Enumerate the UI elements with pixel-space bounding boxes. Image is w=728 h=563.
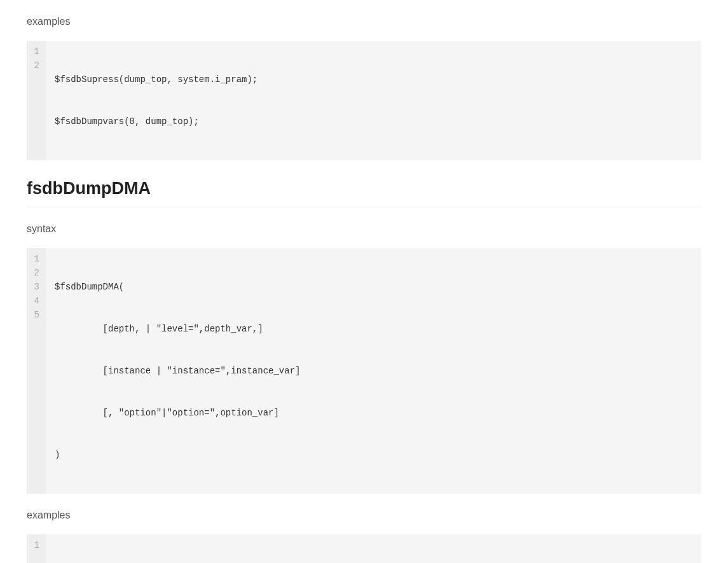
code-line: [, "option"|"option=",option_var] <box>55 406 692 420</box>
code-gutter: 1 2 <box>27 41 46 160</box>
line-number: 5 <box>33 308 39 322</box>
examples-heading-1: examples <box>27 14 701 29</box>
code-line: $fsdbSupress(dump_top, system.i_pram); <box>55 73 692 87</box>
line-number: 2 <box>33 59 39 73</box>
line-number: 1 <box>33 252 39 266</box>
code-line: ) <box>55 448 692 462</box>
code-line: [depth, | "level=",depth_var,] <box>55 322 692 336</box>
code-block-syntax: 1 2 3 4 5 $fsdbDumpDMA( [depth, | "level… <box>27 248 701 494</box>
syntax-heading: syntax <box>27 221 701 237</box>
code-line: $fsdbDumpDMA( <box>55 280 692 294</box>
line-number: 1 <box>33 45 39 59</box>
code-line: [instance | "instance=",instance_var] <box>55 364 692 378</box>
code-gutter: 1 2 3 4 5 <box>27 248 46 494</box>
code-line: $fsdbDumpvars(0, dump_top); <box>55 115 692 129</box>
line-number: 3 <box>33 280 39 294</box>
code-gutter: 1 <box>27 534 46 564</box>
code-block-supress: 1 2 $fsdbSupress(dump_top, system.i_pram… <box>27 41 701 160</box>
section-title-fsdbdumpdma: fsdbDumpDMA <box>27 176 701 207</box>
code-content: $fsdbSupress(dump_top, system.i_pram); $… <box>46 41 701 160</box>
code-content: $fsdbDumpDMA( [depth, | "level=",depth_v… <box>46 248 701 494</box>
examples-heading-2: examples <box>27 508 701 523</box>
code-block-decl: 1 reg [7:0] screen [79:0][0:24] <box>27 534 701 564</box>
line-number: 2 <box>33 266 39 280</box>
line-number: 1 <box>33 538 39 552</box>
line-number: 4 <box>33 294 39 308</box>
code-content: reg [7:0] screen [79:0][0:24] <box>46 534 701 564</box>
